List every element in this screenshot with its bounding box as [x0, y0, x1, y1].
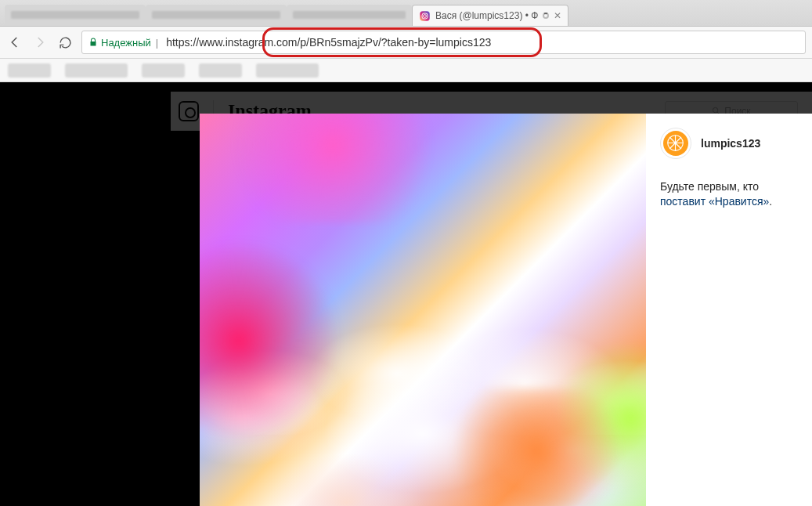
- instagram-post-modal: lumpics123 Будьте первым, кто поставит «…: [200, 114, 812, 506]
- bookmark-item[interactable]: [256, 63, 319, 78]
- instagram-favicon-icon: [419, 10, 431, 22]
- address-bar[interactable]: Надежный |: [81, 31, 806, 54]
- nav-back-button[interactable]: [6, 34, 23, 51]
- lock-icon: [88, 38, 98, 47]
- tab-loading-icon: [543, 13, 549, 19]
- post-author[interactable]: lumpics123: [660, 128, 798, 159]
- browser-tab-inactive[interactable]: [5, 5, 146, 26]
- image-content: [200, 239, 341, 443]
- separator: |: [156, 37, 158, 49]
- browser-tab-active[interactable]: Вася (@lumpics123) • Ф ✕: [412, 5, 568, 26]
- post-sidebar: lumpics123 Будьте первым, кто поставит «…: [646, 114, 812, 506]
- image-content: [435, 389, 638, 506]
- url-input[interactable]: [166, 36, 799, 49]
- page-viewport: Instagram Поиск: [0, 82, 812, 506]
- tab-close-button[interactable]: ✕: [554, 12, 561, 20]
- svg-rect-0: [420, 11, 430, 21]
- avatar[interactable]: [660, 128, 691, 159]
- svg-point-3: [427, 13, 428, 14]
- post-username[interactable]: lumpics123: [701, 137, 760, 150]
- nav-forward-button[interactable]: [31, 34, 49, 51]
- nav-reload-button[interactable]: [56, 34, 74, 51]
- browser-tab-title: Вася (@lumpics123) • Ф: [435, 10, 538, 21]
- likes-prompt: Будьте первым, кто поставит «Нравится».: [660, 179, 798, 209]
- post-image[interactable]: [200, 114, 646, 506]
- browser-toolbar: Надежный |: [0, 26, 812, 59]
- likes-prompt-prefix: Будьте первым, кто: [660, 180, 759, 193]
- browser-tab-inactive[interactable]: [146, 5, 287, 26]
- browser-tab-inactive[interactable]: [287, 5, 412, 26]
- bookmark-item[interactable]: [8, 63, 51, 78]
- image-content: [215, 114, 450, 223]
- likes-prompt-suffix: .: [769, 195, 772, 208]
- bookmark-item[interactable]: [65, 63, 128, 78]
- like-link[interactable]: поставит «Нравится»: [660, 195, 769, 208]
- bookmark-item[interactable]: [142, 63, 185, 78]
- bookmark-item[interactable]: [199, 63, 242, 78]
- secure-label: Надежный: [101, 37, 151, 49]
- browser-tab-strip: Вася (@lumpics123) • Ф ✕: [0, 0, 812, 26]
- secure-chip: Надежный |: [88, 37, 160, 49]
- bookmarks-bar: [0, 59, 812, 82]
- orange-fruit-icon: [666, 134, 684, 152]
